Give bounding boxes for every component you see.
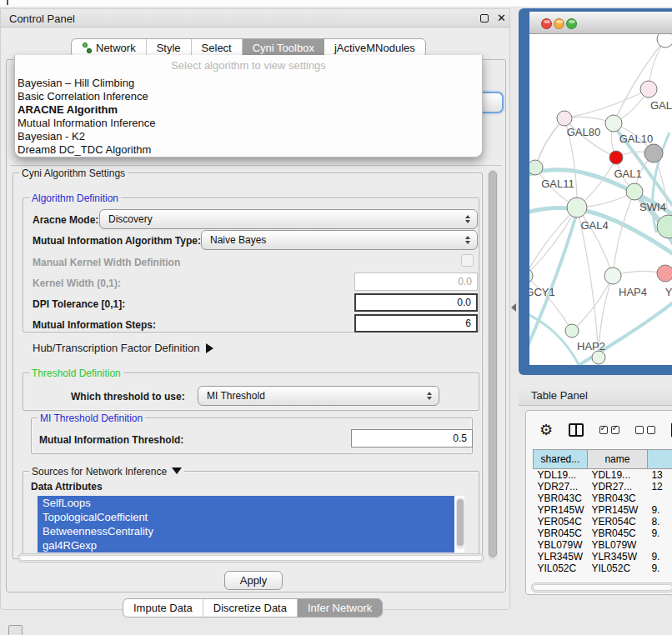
tab-network[interactable]: Network [72, 39, 147, 57]
table-hscroll-thumb[interactable] [533, 584, 672, 591]
table-panel-titlebar: Table Panel [519, 385, 672, 406]
table-row[interactable]: YLR345WYLR345W9. [534, 551, 672, 562]
tab-infer-network[interactable]: Infer Network [298, 599, 382, 617]
control-panel-window: Control Panel ✕ NetworkStyleSelectCyni T… [0, 8, 510, 610]
apply-button[interactable]: Apply [224, 571, 283, 590]
tab-jactivemnodules[interactable]: jActiveMNodules [324, 39, 425, 57]
network-canvas[interactable]: GALGAL80GAL10GAL1GAL11SWI4GAL4GCY1HAP4YH… [529, 34, 672, 365]
kernel-width-field[interactable]: 0.0 [354, 272, 478, 291]
bottom-left-panel-icon[interactable] [8, 625, 23, 635]
table-row[interactable]: YBL079WYBL079W [534, 539, 672, 551]
network-edge[interactable] [613, 192, 634, 276]
table-row[interactable]: YBR045CYBR045C9. [534, 528, 672, 539]
attribute-list-scroll-thumb[interactable] [457, 499, 464, 546]
aracne-mode-label: Aracne Mode: [33, 214, 98, 226]
tab-label: Style [157, 42, 181, 54]
network-node-y[interactable] [657, 265, 672, 282]
gear-icon[interactable]: ⚙ [539, 421, 553, 439]
tab-impute-data[interactable]: Impute Data [123, 599, 203, 617]
settings-hscroll-thumb[interactable] [19, 555, 483, 561]
dropdown-item[interactable]: ARACNE Algorithm [15, 103, 482, 117]
network-window-titlebar[interactable] [529, 12, 672, 34]
network-node-swi4[interactable] [626, 183, 643, 200]
table-row[interactable]: YIL052CYIL052C9. [534, 562, 672, 574]
table-row[interactable]: YDL19...YDL19...13 [534, 469, 672, 482]
table-row[interactable]: YPR145WYPR145W9. [534, 504, 672, 516]
network-node-gal80[interactable] [557, 111, 572, 126]
mi-threshold-field[interactable]: 0.5 [351, 429, 473, 448]
dropdown-item[interactable]: Dream8 DC_TDC Algorithm [15, 143, 482, 157]
close-icon[interactable]: ✕ [497, 12, 506, 24]
float-window-icon[interactable] [480, 14, 489, 22]
settings-horizontal-scrollbar[interactable] [18, 553, 484, 562]
tab-style[interactable]: Style [147, 39, 192, 57]
network-edge[interactable] [529, 276, 572, 331]
sources-group-title[interactable]: Sources for Network Inference [29, 466, 184, 478]
control-panel-title: Control Panel [9, 12, 75, 25]
tab-label: Discretize Data [213, 602, 287, 614]
network-node-gcy1[interactable] [529, 268, 533, 283]
network-node-label: GAL80 [567, 126, 600, 138]
select-all-checkboxes-icon[interactable] [599, 426, 619, 434]
network-edge[interactable] [564, 89, 649, 118]
split-columns-icon[interactable] [569, 423, 583, 437]
hub-definition-label: Hub/Transcription Factor Definition [33, 342, 199, 354]
mi-type-combobox[interactable]: Naive Bayes [201, 230, 478, 250]
network-node[interactable] [657, 34, 672, 48]
splitter-collapse-arrow-icon[interactable] [511, 303, 516, 312]
network-node-gal11[interactable] [529, 160, 543, 175]
network-graph[interactable]: GALGAL80GAL10GAL1GAL11SWI4GAL4GCY1HAP4YH… [529, 34, 672, 365]
zoom-traffic-light-icon[interactable] [566, 18, 577, 29]
network-node-gal1[interactable] [609, 151, 623, 164]
close-traffic-light-icon[interactable] [541, 18, 552, 29]
network-node-hap4[interactable] [604, 268, 621, 284]
dpi-tolerance-field[interactable]: 0.0 [354, 293, 478, 312]
network-edge[interactable] [535, 118, 564, 168]
minimize-traffic-light-icon[interactable] [554, 18, 564, 29]
attribute-list-scrollbar[interactable] [456, 498, 464, 549]
table-cell: YBL079W [534, 539, 588, 551]
network-node-hap2[interactable] [565, 324, 579, 338]
network-node-label: GCY1 [529, 286, 555, 298]
dropdown-item[interactable]: Mutual Information Inference [15, 117, 482, 130]
top-strip [0, 0, 672, 8]
table-horizontal-scrollbar[interactable] [531, 582, 672, 592]
table-row[interactable]: YDR27...YDR27...12 [534, 481, 672, 492]
tab-discretize-data[interactable]: Discretize Data [203, 599, 298, 617]
dropdown-item[interactable]: Bayesian - K2 [15, 130, 482, 143]
expanded-arrow-icon[interactable] [172, 468, 182, 474]
network-node-gal4[interactable] [567, 198, 587, 218]
settings-vscroll-thumb[interactable] [489, 171, 497, 558]
network-edge[interactable] [535, 118, 564, 168]
aracne-mode-combobox[interactable]: Discovery [99, 209, 478, 229]
manual-kernel-checkbox[interactable] [461, 254, 474, 267]
column-header-shared...[interactable]: shared... [534, 450, 588, 469]
table-row[interactable]: YBR043CYBR043C [534, 492, 672, 504]
network-node[interactable] [644, 144, 663, 162]
dropdown-item[interactable]: Basic Correlation Inference [15, 90, 482, 103]
mi-steps-field[interactable]: 6 [354, 314, 478, 332]
data-attribute-item[interactable]: SelfLoops [38, 496, 454, 510]
data-attribute-item[interactable]: gal4RGexp [38, 538, 454, 552]
deselect-all-checkboxes-icon[interactable] [635, 426, 655, 434]
network-edge[interactable] [572, 276, 613, 331]
collapsed-arrow-icon[interactable] [206, 343, 213, 353]
network-edge[interactable] [529, 208, 577, 276]
mi-threshold-group-title: MI Threshold Definition [38, 412, 145, 424]
network-node[interactable] [592, 351, 605, 364]
combo-stepper-icon [465, 210, 470, 228]
table-row[interactable]: YER054CYER054C8. [534, 516, 672, 528]
data-attribute-item[interactable]: BetweennessCentrality [38, 524, 454, 538]
network-node-gal[interactable] [640, 81, 657, 98]
data-attribute-item[interactable]: TopologicalCoefficient [38, 510, 454, 524]
hub-definition-toggle[interactable]: Hub/Transcription Factor Definition [33, 342, 213, 354]
column-header-name[interactable]: name [587, 450, 647, 469]
dropdown-item[interactable]: Bayesian – Hill Climbing [15, 77, 482, 90]
network-edge[interactable] [529, 208, 577, 276]
column-header-extra[interactable] [647, 450, 672, 469]
tab-cyni-toolbox[interactable]: Cyni Toolbox [243, 39, 324, 57]
which-threshold-combobox[interactable]: MI Threshold [198, 386, 439, 406]
settings-vertical-scrollbar[interactable] [488, 169, 498, 561]
tab-select[interactable]: Select [192, 39, 243, 57]
network-node-gal10[interactable] [605, 115, 622, 132]
